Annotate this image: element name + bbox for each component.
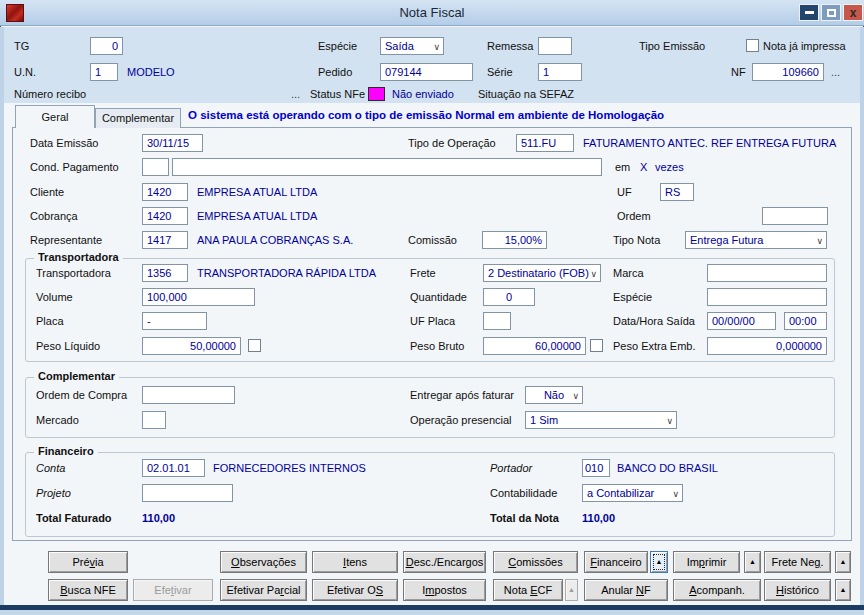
financeiro-expand-button[interactable]: ▲ [650,551,668,573]
projeto-field[interactable] [142,484,233,502]
complementar-group-title: Complementar [34,370,119,382]
minimize-button[interactable] [799,4,819,21]
comissao-field[interactable]: 15,00% [482,231,547,249]
imprimir-expand-button[interactable]: ▲ [744,551,761,573]
cliente-field[interactable]: 1420 [142,183,188,201]
arrow-up-icon: ▲ [749,558,756,565]
chevron-down-icon: ∨ [672,486,679,502]
peso-extra-field[interactable]: 0,000000 [707,337,827,355]
serie-field[interactable]: 1 [538,63,582,81]
maximize-button[interactable] [821,4,841,21]
comissao-label: Comissão [408,234,457,246]
entregar-apos-faturar-select[interactable]: Não∨ [525,386,583,404]
historico-expand-button[interactable]: ▲ [835,579,851,601]
nota-ecf-button[interactable]: Nota ECF [493,579,563,601]
vezes-label: vezes [655,161,684,173]
nota-ja-impressa-label: Nota já impressa [763,40,846,52]
imprimir-button[interactable]: Imprimir [673,551,740,573]
uf-field[interactable]: RS [660,183,694,201]
marca-label: Marca [613,267,644,279]
contabilidade-label: Contabilidade [490,487,557,499]
itens-button[interactable]: Itens [312,551,398,573]
ordem-label: Ordem [617,210,651,222]
tab-geral[interactable]: Geral [15,105,95,128]
cliente-label: Cliente [30,186,64,198]
situacao-sefaz-label: Situação na SEFAZ [478,88,574,100]
hora-saida-field[interactable]: 00:00 [784,312,827,330]
previa-button[interactable]: Prévia [48,551,128,573]
peso-liquido-label: Peso Líquido [36,340,100,352]
placa-field[interactable]: - [142,312,207,330]
operacao-presencial-select[interactable]: 1 Sim∨ [525,411,677,429]
ordem-compra-field[interactable] [142,386,235,404]
arrow-up-icon: ▲ [656,558,663,565]
close-button[interactable]: x [843,4,863,21]
conta-label: Conta [36,462,65,474]
data-emissao-field[interactable]: 30/11/15 [142,134,203,152]
total-faturado-label: Total Faturado [36,512,112,524]
desc-encargos-button[interactable]: Desc./Encargos [403,551,486,573]
impostos-button[interactable]: Impostos [403,579,486,601]
arrow-up-icon: ▲ [840,558,847,565]
observacoes-button[interactable]: Observações [220,551,307,573]
maximize-icon [827,9,836,17]
busca-nfe-button[interactable]: Busca NFE [48,579,128,601]
window-frame-left [0,27,4,615]
mercado-field[interactable] [142,411,166,429]
financeiro-button[interactable]: Financeiro [584,551,648,573]
tg-field[interactable]: 0 [90,37,123,55]
representante-field[interactable]: 1417 [142,231,188,249]
data-saida-field[interactable]: 00/00/00 [707,312,776,330]
tg-label: TG [14,40,29,52]
especie-transp-field[interactable] [707,288,827,306]
frete-select[interactable]: 2 Destinatario (FOB)∨ [483,264,601,282]
acompanh-button[interactable]: Acompanh. [673,579,761,601]
tipo-nota-select[interactable]: Entrega Futura∨ [685,231,827,249]
pedido-field[interactable]: 079144 [380,63,473,81]
cond-pagamento-label: Cond. Pagamento [30,161,119,173]
efetivar-os-button[interactable]: Efetivar OS [312,579,398,601]
tipo-operacao-desc: FATURAMENTO ANTEC. REF ENTREGA FUTURA [583,137,836,149]
contabilidade-select[interactable]: a Contabilizar∨ [582,484,683,502]
chevron-down-icon: ∨ [666,413,673,429]
quantidade-field[interactable]: 0 [483,288,535,306]
uf-label: UF [617,186,632,198]
total-faturado-value: 110,00 [142,512,175,524]
especie-select[interactable]: Saída∨ [380,37,444,55]
anular-nf-button[interactable]: Anular NF [584,579,668,601]
peso-liquido-field[interactable]: 50,00000 [142,337,241,355]
peso-liquido-checkbox[interactable] [248,339,261,352]
peso-bruto-field[interactable]: 60,00000 [483,337,586,355]
historico-button[interactable]: Histórico [764,579,831,601]
efetivar-parcial-button[interactable]: Efetivar Parcial [220,579,307,601]
tipo-operacao-field[interactable]: 511.FU [516,134,574,152]
cond-pagamento-desc-field[interactable] [172,158,602,176]
cond-pagamento-code-field[interactable] [142,158,169,176]
frete-neg-button[interactable]: Frete Neg. [764,551,831,573]
uf-placa-field[interactable] [483,312,511,330]
volume-field[interactable]: 100,000 [142,288,255,306]
window-title: Nota Fiscal [0,5,864,20]
nf-label: NF [731,66,746,78]
numero-recibo-lookup-button[interactable]: ... [291,88,300,100]
cobranca-field[interactable]: 1420 [142,207,188,225]
peso-bruto-checkbox[interactable] [590,339,603,352]
conta-field[interactable]: 02.01.01 [142,459,205,477]
volume-label: Volume [36,291,73,303]
nota-ja-impressa-checkbox[interactable] [746,39,759,52]
comissoes-button[interactable]: Comissões [493,551,578,573]
especie-transp-label: Espécie [613,291,652,303]
marca-field[interactable] [707,264,827,282]
nf-field[interactable]: 109660 [752,63,824,81]
remessa-field[interactable] [538,37,572,55]
nf-lookup-button[interactable]: ... [831,66,840,78]
serie-label: Série [487,66,513,78]
un-field[interactable]: 1 [90,63,118,81]
chevron-down-icon: ∨ [572,388,579,404]
frete-neg-expand-button[interactable]: ▲ [835,551,851,573]
tab-complementar[interactable]: Complementar [95,108,181,128]
chevron-down-icon: ∨ [590,266,597,282]
transportadora-field[interactable]: 1356 [142,264,188,282]
ordem-field[interactable] [762,207,828,225]
portador-field[interactable]: 010 [582,459,610,477]
